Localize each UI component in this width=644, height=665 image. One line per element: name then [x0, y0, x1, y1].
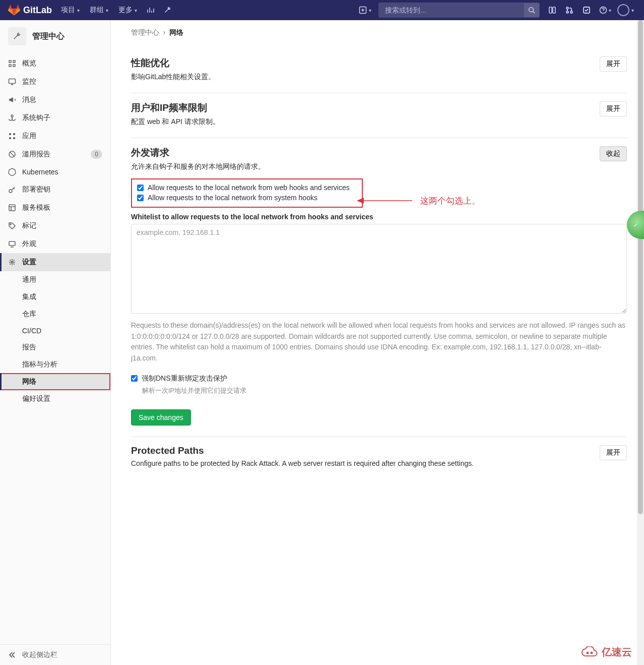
issues-icon[interactable] — [544, 0, 561, 20]
breadcrumb: 管理中心 › 网络 — [131, 28, 627, 37]
labels-icon — [8, 222, 16, 230]
sidebar-item-system-hooks[interactable]: 系统钩子 — [0, 109, 110, 127]
scrollbar-thumb[interactable] — [638, 20, 643, 514]
user-menu[interactable]: ▾ — [615, 4, 636, 16]
key-icon — [8, 186, 16, 194]
svg-rect-15 — [9, 133, 11, 135]
svg-point-23 — [10, 224, 11, 225]
sidebar-sub-cicd[interactable]: CI/CD — [0, 323, 110, 339]
save-changes-button[interactable]: Save changes — [131, 409, 191, 426]
bullhorn-icon — [8, 96, 16, 104]
sidebar-item-overview[interactable]: 概览 — [0, 54, 110, 73]
tanuki-icon — [8, 4, 20, 16]
checkbox-input[interactable] — [137, 185, 144, 191]
whitelist-textarea[interactable] — [131, 224, 627, 314]
sidebar-item-deploy-keys[interactable]: 部署密钥 — [0, 180, 110, 199]
cloud-icon — [581, 646, 599, 658]
search-button[interactable] — [524, 3, 539, 17]
main-content: 管理中心 › 网络 性能优化 影响GitLab性能相关设置。 展开 用户和IP频… — [111, 20, 637, 665]
new-dropdown[interactable]: ▾ — [354, 0, 374, 20]
sidebar-title: 管理中心 — [32, 31, 65, 42]
svg-point-28 — [587, 652, 589, 653]
section-desc: 允许来自钩子和服务的对本地网络的请求。 — [131, 162, 592, 171]
section-desc: Configure paths to be protected by Rack … — [131, 459, 592, 467]
sidebar-context-header[interactable]: 管理中心 — [0, 20, 110, 54]
hook-icon — [8, 114, 16, 122]
svg-rect-13 — [9, 79, 16, 84]
sidebar-item-abuse-reports[interactable]: 滥用报告0 — [0, 145, 110, 163]
activity-icon[interactable] — [142, 0, 159, 20]
expand-button[interactable]: 展开 — [600, 56, 627, 72]
sidebar-sub-repository[interactable]: 仓库 — [0, 306, 110, 323]
section-performance: 性能优化 影响GitLab性能相关设置。 展开 — [131, 48, 627, 93]
sidebar-item-settings[interactable]: 设置 — [0, 253, 110, 271]
search-icon — [528, 7, 535, 14]
nav-more[interactable]: 更多▾ — [113, 0, 142, 20]
section-rate-limits: 用户和IP频率限制 配置 web 和 API 请求限制。 展开 — [131, 93, 627, 138]
chevron-down-icon: ▾ — [77, 8, 80, 13]
chevrons-left-icon — [8, 651, 16, 659]
breadcrumb-parent[interactable]: 管理中心 — [131, 28, 159, 36]
section-title: 外发请求 — [131, 146, 592, 159]
section-title: 用户和IP频率限制 — [131, 101, 592, 114]
svg-rect-16 — [13, 133, 15, 135]
question-icon — [599, 6, 607, 14]
expand-button[interactable]: 展开 — [600, 101, 627, 116]
checkbox-input[interactable] — [137, 195, 144, 201]
checkbox-dns-rebind[interactable]: 强制DNS重新绑定攻击保护 — [131, 373, 627, 384]
svg-rect-9 — [9, 61, 11, 63]
checkbox-input[interactable] — [131, 375, 138, 382]
annotation-highlight-box: Allow requests to the local network from… — [131, 178, 363, 208]
watermark-text: 亿速云 — [602, 645, 632, 659]
watermark: 亿速云 — [581, 645, 632, 659]
section-desc: 影响GitLab性能相关设置。 — [131, 73, 592, 82]
breadcrumb-current: 网络 — [169, 28, 183, 36]
checkbox-systemhooks-local[interactable]: Allow requests to the local network from… — [137, 193, 357, 203]
sidebar-item-kubernetes[interactable]: Kubernetes — [0, 163, 110, 180]
wrench-icon — [8, 27, 26, 45]
svg-point-5 — [566, 11, 568, 13]
svg-marker-27 — [357, 198, 364, 204]
search-box[interactable] — [378, 3, 540, 18]
todos-icon[interactable] — [578, 0, 595, 20]
sidebar-sub-reporting[interactable]: 报告 — [0, 339, 110, 356]
appearance-icon — [8, 240, 16, 248]
chevron-down-icon: ▾ — [135, 8, 137, 13]
badge-icon: ✓ — [633, 222, 637, 228]
sidebar-item-appearance[interactable]: 外观 — [0, 235, 110, 253]
sidebar-item-labels[interactable]: 标记 — [0, 217, 110, 235]
admin-wrench-icon[interactable] — [159, 0, 176, 20]
sidebar-item-applications[interactable]: 应用 — [0, 127, 110, 145]
sidebar-sub-preferences[interactable]: 偏好设置 — [0, 390, 110, 407]
sidebar-sub-metrics[interactable]: 指标与分析 — [0, 356, 110, 373]
collapse-button[interactable]: 收起 — [600, 146, 627, 161]
section-desc: 配置 web 和 API 请求限制。 — [131, 117, 592, 127]
help-dropdown[interactable]: ▾ — [595, 0, 613, 20]
search-input[interactable] — [379, 6, 524, 14]
gear-icon — [8, 258, 16, 266]
gitlab-logo[interactable]: GitLab — [8, 4, 52, 16]
vertical-scrollbar[interactable] — [637, 20, 644, 665]
top-nav: GitLab 项目▾ 群组▾ 更多▾ ▾ ▾ ▾ — [0, 0, 644, 20]
sidebar-item-service-templates[interactable]: 服务模板 — [0, 199, 110, 217]
whitelist-label: Whitelist to allow requests to the local… — [131, 213, 627, 221]
checkbox-webhooks-local[interactable]: Allow requests to the local network from… — [137, 183, 357, 193]
collapse-sidebar[interactable]: 收起侧边栏 — [0, 644, 110, 665]
sidebar-item-messages[interactable]: 消息 — [0, 91, 110, 109]
expand-button[interactable]: 展开 — [600, 445, 627, 460]
nav-projects[interactable]: 项目▾ — [56, 0, 85, 20]
kubernetes-icon — [8, 168, 16, 176]
svg-rect-10 — [13, 61, 15, 63]
template-icon — [8, 204, 16, 212]
arrow-icon — [357, 195, 413, 207]
sidebar-sub-general[interactable]: 通用 — [0, 271, 110, 288]
admin-sidebar: 管理中心 概览 监控 消息 系统钩子 应用 滥用报告0 Kubernetes 部… — [0, 20, 111, 665]
merge-requests-icon[interactable] — [561, 0, 578, 20]
sidebar-sub-integrations[interactable]: 集成 — [0, 288, 110, 306]
chevron-down-icon: ▾ — [631, 8, 634, 13]
sidebar-item-monitoring[interactable]: 监控 — [0, 73, 110, 91]
sidebar-sub-network[interactable]: 网络 — [0, 373, 110, 390]
nav-groups[interactable]: 群组▾ — [85, 0, 113, 20]
abuse-count-badge: 0 — [91, 150, 102, 159]
annotation-text: 这两个勾选上。 — [420, 195, 480, 207]
